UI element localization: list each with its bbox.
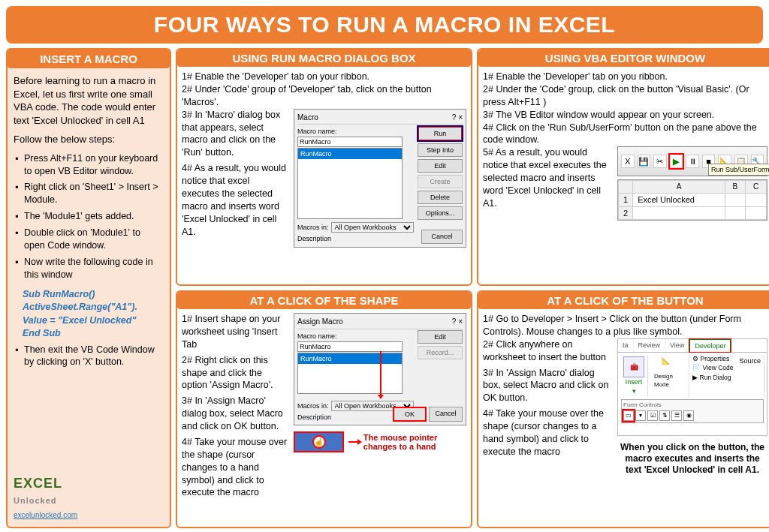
logo-top: EXCEL — [14, 476, 62, 491]
design-mode-icon[interactable]: 📐 — [662, 356, 678, 373]
hand-cursor-icon: ☝ — [312, 435, 326, 449]
dialog-titlebar: Assign Macro ? × — [297, 317, 463, 329]
step-into-button[interactable]: Step Into — [418, 143, 463, 157]
list-control-icon[interactable]: ☰ — [671, 410, 682, 421]
button-control-icon[interactable]: ▭ — [623, 410, 634, 421]
step-text: 1# Enable the 'Developer' tab on your ri… — [182, 71, 466, 83]
combo-control-icon[interactable]: ▾ — [635, 410, 646, 421]
form-controls-title: Form Controls — [623, 401, 761, 410]
intro-text: Before learning to run a macro in Excel,… — [14, 74, 164, 127]
dialog-close[interactable]: ? × — [452, 113, 463, 123]
run-tooltip: Run Sub/UserForm (F5) — [708, 164, 769, 176]
insert-icon[interactable]: 🧰 — [623, 356, 644, 377]
macros-in-select[interactable]: All Open Workbooks — [331, 222, 414, 233]
save-icon[interactable]: 💾 — [638, 155, 651, 168]
logo-link[interactable]: excelunlocked.com — [14, 511, 77, 519]
tab-data[interactable]: ta — [618, 339, 634, 352]
button-right-col: ta Review View Developer 🧰 Insert ▾ — [617, 338, 767, 522]
cancel-button[interactable]: Cancel — [421, 230, 463, 243]
macro-list[interactable]: RunMacro — [297, 353, 403, 394]
main-title: FOUR WAYS TO RUN A MACRO IN EXCEL — [12, 12, 757, 38]
view-code-item[interactable]: 📄 View Code — [692, 364, 733, 372]
button-body: 2# Click anywhere on worksheet to insert… — [483, 338, 767, 522]
vbe-left-text: 5# As a result, you would notice that ex… — [483, 146, 613, 280]
macro-name-input[interactable]: RunMacro — [297, 341, 403, 352]
shape-right-col: Assign Macro ? × Macro name: RunMacro Ru… — [294, 313, 466, 522]
option-control-icon[interactable]: ◉ — [683, 410, 694, 421]
design-label: Design Mode — [654, 373, 686, 389]
break-icon[interactable]: ⏸ — [686, 155, 699, 168]
spinner-control-icon[interactable]: ⇅ — [659, 410, 670, 421]
source-label[interactable]: Source — [739, 356, 761, 365]
red-arrow-icon — [380, 351, 381, 396]
dialog-buttons: Edit Record... — [418, 330, 463, 359]
ok-button[interactable]: OK — [393, 407, 427, 422]
shape-body: 1# Insert shape on your worksheet using … — [182, 313, 466, 522]
shape-pointer-row: ☝ The mouse pointer changes to a hand — [294, 431, 466, 452]
dialog-title-text: Assign Macro — [297, 317, 343, 327]
edit-button[interactable]: Edit — [418, 159, 463, 173]
shape-left-text: 1# Insert shape on your worksheet using … — [182, 313, 289, 522]
options-button[interactable]: Options... — [418, 206, 463, 220]
macros-in-label: Macros in: — [297, 223, 329, 232]
run-sub-icon[interactable]: ▶ — [670, 155, 683, 168]
step-text: 1# Enable the 'Developer' tab on you rib… — [483, 71, 767, 83]
code-line: Sub RunMacro() — [23, 288, 164, 302]
button-caption: When you click on the button, the macro … — [617, 442, 767, 476]
worksheet-shape[interactable]: ☝ — [294, 431, 344, 452]
macros-in-label: Macros in: — [297, 401, 329, 410]
macro-list-selected[interactable]: RunMacro — [298, 353, 402, 364]
checkbox-control-icon[interactable]: ☑ — [647, 410, 658, 421]
run-button[interactable]: Run — [418, 126, 463, 141]
step-item: The 'Module1' gets added. — [15, 210, 164, 223]
step-text: 2# Under 'Code' group of 'Developer' tab… — [182, 83, 466, 109]
after-code-list: Then exit the VB Code Window by clicking… — [14, 344, 164, 373]
step-item: Now write the following code in this win… — [15, 256, 164, 281]
dialog-bottom: Macros in: All Open Workbooks Descriptio… — [297, 222, 463, 243]
cut-icon[interactable]: ✂ — [653, 155, 667, 168]
chevron-down-icon[interactable]: ▾ — [632, 386, 636, 395]
code-group: ⚙ Properties 📄 View Code ▶ Run Dialog — [692, 355, 733, 397]
dialog-titlebar: Macro ? × — [297, 113, 463, 125]
tab-review[interactable]: Review — [634, 339, 666, 352]
macro-list[interactable]: RunMacro — [297, 148, 403, 219]
edit-button[interactable]: Edit — [418, 330, 463, 344]
vbe-panel: USING VBA EDITOR WINDOW 1# Enable the 'D… — [477, 48, 769, 286]
macro-list-selected[interactable]: RunMacro — [298, 149, 402, 159]
main-title-bar: FOUR WAYS TO RUN A MACRO IN EXCEL — [6, 6, 763, 44]
cancel-button[interactable]: Cancel — [429, 407, 463, 422]
button-top-text: 1# Go to Developer > Insert > Click on t… — [483, 313, 767, 338]
step-text: 2# Under the 'Code' group, click on the … — [483, 83, 767, 109]
tab-view[interactable]: View — [665, 339, 689, 352]
col-b: B — [725, 181, 745, 194]
macro-dialog: Macro ? × Macro name: RunMacro RunMacro … — [294, 109, 466, 248]
ribbon-tabs: ta Review View Developer — [618, 339, 767, 353]
step-text: 5# As a result, you would notice that ex… — [483, 146, 613, 209]
code-line: Value = "Excel Unlocked" — [23, 314, 164, 328]
step-item: Press Alt+F11 on your keyboard to open V… — [15, 152, 164, 178]
step-text: 2# Right click on this shape and click t… — [182, 354, 289, 392]
run-dialog-item[interactable]: ▶ Run Dialog — [692, 374, 733, 382]
middle-column: USING RUN MACRO DIALOG BOX 1# Enable the… — [176, 48, 472, 528]
delete-button[interactable]: Delete — [418, 191, 463, 204]
excel-result-grid: ABC 1Excel Unlocked 2 — [617, 179, 767, 221]
macro-name-input[interactable]: RunMacro — [297, 137, 403, 147]
dialog-bottom: Macros in: All Open Workbooks Descriptio… — [297, 401, 463, 422]
shape-header: AT A CLICK OF THE SHAPE — [177, 292, 471, 309]
run-dialog-header: USING RUN MACRO DIALOG BOX — [177, 50, 471, 67]
source-group: Source — [736, 355, 764, 397]
properties-item[interactable]: ⚙ Properties — [692, 355, 733, 363]
developer-ribbon: ta Review View Developer 🧰 Insert ▾ — [617, 338, 767, 436]
excel-icon[interactable]: X — [621, 155, 635, 168]
right-column: USING VBA EDITOR WINDOW 1# Enable the 'D… — [477, 48, 769, 528]
run-dialog-left-text: 3# In 'Macro' dialog box that appears, s… — [182, 109, 289, 280]
assign-macro-dialog: Assign Macro ? × Macro name: RunMacro Ru… — [294, 313, 466, 425]
step-text: 3# In 'Assign Macro' dialog box, select … — [182, 395, 289, 433]
step-item: Right click on 'Sheet1' > Insert > Modul… — [15, 181, 164, 206]
step-text: 3# The VB Editor window would appear on … — [483, 109, 767, 122]
step-text: 2# Click anywhere on worksheet to insert… — [483, 338, 613, 364]
mouse-caption: The mouse pointer changes to a hand — [363, 433, 466, 451]
tab-developer[interactable]: Developer — [689, 339, 731, 352]
dialog-close[interactable]: ? × — [452, 317, 463, 327]
steps-list: Press Alt+F11 on your keyboard to open V… — [14, 152, 164, 285]
